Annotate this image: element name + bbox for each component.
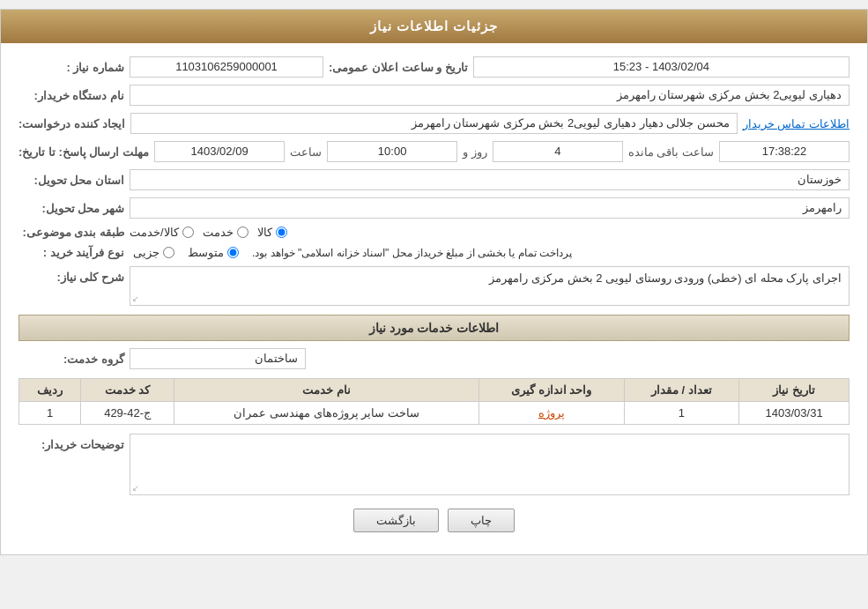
table-row: 1403/03/31 1 پروژه ساخت سایر پروژه‌های م… [19,402,849,425]
category-radio-group: کالا/خدمت خدمت کالا [130,226,287,239]
col-quantity: تعداد / مقدار [624,379,739,402]
page-title: جزئیات اطلاعات نیاز [370,19,498,33]
services-table: تاریخ نیاز تعداد / مقدار واحد اندازه گیر… [19,378,849,425]
deadline-days: 4 [493,141,623,162]
creator-value: محسن جلالی دهیار دهیاری لیویی2 بخش مرکزی… [130,113,738,134]
service-group-value: ساختمان [130,348,306,369]
back-button[interactable]: بازگشت [353,509,439,532]
deadline-label: مهلت ارسال پاسخ: تا تاریخ: [19,145,149,159]
buyer-notes-box: ↙ [130,434,849,495]
city-row: شهر محل تحویل: رامهرمز [19,197,849,219]
cell-quantity: 1 [624,402,739,425]
buyer-notes-label: توضیحات خریدار: [19,438,124,451]
deadline-date: 1403/02/09 [154,141,285,162]
deadline-remaining: 17:38:22 [719,141,849,162]
need-number-value: 1103106259000001 [130,56,323,78]
buyer-org-label: نام دستگاه خریدار: [19,89,124,102]
process-options: جزیی متوسط پرداخت تمام یا بخشی از مبلغ خ… [133,246,572,259]
narration-resize-icon: ↙ [132,294,139,303]
creator-row: ایجاد کننده درخواست: محسن جلالی دهیار ده… [19,113,849,134]
category-kala: کالا [257,226,287,239]
category-kala-khidmat: کالا/خدمت [130,226,194,239]
creator-label: ایجاد کننده درخواست: [19,117,125,130]
category-option3-label: کالا/خدمت [130,226,179,239]
process-row: نوع فرآیند خرید : جزیی متوسط پرداخت تمام… [19,246,849,259]
page-wrapper: جزئیات اطلاعات نیاز شماره نیاز : 1103106… [0,9,868,555]
service-group-label: گروه خدمت: [19,353,124,366]
announce-label: تاریخ و ساعت اعلان عمومی: [329,61,468,74]
city-value: رامهرمز [130,197,849,219]
deadline-row: مهلت ارسال پاسخ: تا تاریخ: 1403/02/09 سا… [19,141,849,162]
process-description: پرداخت تمام یا بخشی از مبلغ خریداز محل "… [252,247,572,259]
process-mutavasit: متوسط [188,246,239,259]
province-value: خوزستان [130,169,849,190]
col-name: نام خدمت [174,379,479,402]
province-label: استان محل تحویل: [19,174,124,187]
cell-date: 1403/03/31 [739,402,849,425]
col-unit: واحد اندازه گیری [479,379,625,402]
buyer-org-row: نام دستگاه خریدار: دهیاری لیویی2 بخش مرک… [19,85,849,106]
col-date: تاریخ نیاز [739,379,849,402]
page-header: جزئیات اطلاعات نیاز [1,10,867,43]
narration-row: شرح کلی نیاز: اجرای پارک محله ای (خطی) و… [19,266,849,306]
process-option2-label: متوسط [188,246,224,259]
deadline-time: 10:00 [327,141,457,162]
category-khidmat-radio[interactable] [237,227,249,238]
category-option2-label: خدمت [203,226,234,239]
category-kala-radio[interactable] [276,227,287,238]
col-code: کد خدمت [80,379,174,402]
cell-unit[interactable]: پروژه [479,402,625,425]
deadline-days-label: روز و [463,145,487,159]
process-mutavasit-radio[interactable] [227,247,239,258]
category-option1-label: کالا [257,226,272,239]
deadline-time-label: ساعت [290,145,322,159]
narration-value: اجرای پارک محله ای (خطی) ورودی روستای لی… [489,271,842,285]
cell-name: ساخت سایر پروژه‌های مهندسی عمران [174,402,479,425]
cell-row: 1 [19,402,81,425]
category-kala-khidmat-radio[interactable] [182,227,194,238]
content-area: شماره نیاز : 1103106259000001 تاریخ و سا… [1,43,867,554]
category-khidmat: خدمت [203,226,249,239]
narration-label: شرح کلی نیاز: [19,271,124,284]
province-row: استان محل تحویل: خوزستان [19,169,849,190]
print-button[interactable]: چاپ [448,509,515,532]
process-label: نوع فرآیند خرید : [19,246,124,259]
cell-code: ج-42-429 [80,402,174,425]
col-row: ردیف [19,379,81,402]
narration-box: اجرای پارک محله ای (خطی) ورودی روستای لی… [130,266,849,306]
contact-link[interactable]: اطلاعات تماس خریدار [743,117,849,130]
services-section-header: اطلاعات خدمات مورد نیاز [19,315,849,341]
need-number-row: شماره نیاز : 1103106259000001 تاریخ و سا… [19,56,849,78]
process-option1-label: جزیی [133,246,160,259]
deadline-remaining-label: ساعت باقی مانده [628,145,714,159]
buyer-notes-resize-icon: ↙ [132,484,139,493]
process-jozi: جزیی [133,246,174,259]
process-jozi-radio[interactable] [163,247,174,258]
category-label: طبقه بندی موضوعی: [19,226,124,239]
city-label: شهر محل تحویل: [19,202,124,215]
category-row: طبقه بندی موضوعی: کالا/خدمت خدمت کالا [19,226,849,239]
announce-value: 1403/02/04 - 15:23 [473,56,849,78]
buyer-org-value: دهیاری لیویی2 بخش مرکزی شهرستان رامهرمز [130,85,849,106]
buyer-notes-row: توضیحات خریدار: ↙ [19,434,849,495]
service-group-row: گروه خدمت: ساختمان [19,348,849,369]
need-number-label: شماره نیاز : [19,61,124,74]
button-row: چاپ بازگشت [19,509,849,532]
table-header-row: تاریخ نیاز تعداد / مقدار واحد اندازه گیر… [19,379,849,402]
